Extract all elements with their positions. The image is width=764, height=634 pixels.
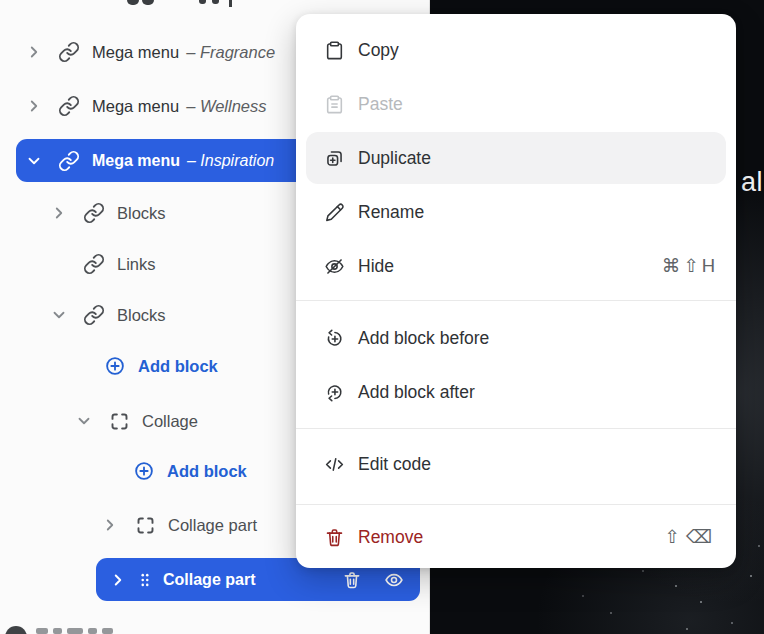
chevron-down-icon[interactable] — [24, 151, 44, 171]
link-icon — [58, 95, 80, 117]
tree-item-label: Links — [117, 255, 156, 274]
menu-item-label: Remove — [358, 527, 423, 548]
tree-item-mega-menu-wellness[interactable]: Mega menu– Wellness — [24, 86, 267, 126]
menu-item-add-block-before[interactable]: Add block before — [296, 311, 736, 365]
trash-icon — [324, 527, 345, 548]
tree-item-suffix: – Fragrance — [186, 43, 275, 61]
menu-item-edit-code[interactable]: Edit code — [296, 437, 736, 491]
chevron-down-icon[interactable] — [49, 305, 69, 325]
code-icon — [324, 454, 345, 475]
menu-item-rename[interactable]: Rename — [296, 185, 736, 239]
clipboard-paste-icon — [324, 94, 345, 115]
insert-before-icon — [324, 328, 345, 349]
menu-item-label: Edit code — [358, 454, 431, 475]
tree-item-links[interactable]: Links — [83, 244, 156, 284]
tree-item-label: Mega menu — [92, 43, 179, 61]
menu-item-add-block-after[interactable]: Add block after — [296, 365, 736, 419]
tree-item-label: Blocks — [117, 204, 166, 223]
tree-item-label: Mega menu — [92, 97, 179, 115]
tree-item-label: Collage part — [168, 516, 257, 535]
chevron-right-icon[interactable] — [24, 96, 44, 116]
menu-item-duplicate[interactable]: Duplicate — [306, 132, 726, 184]
link-icon — [58, 150, 80, 172]
plus-circle-icon — [133, 460, 155, 482]
menu-item-paste: Paste — [296, 77, 736, 131]
menu-item-label: Duplicate — [358, 148, 431, 169]
menu-item-label: Paste — [358, 94, 403, 115]
clipboard-copy-icon — [324, 40, 345, 61]
insert-after-icon — [324, 382, 345, 403]
eye-slash-icon — [324, 256, 345, 277]
tree-item-label: Mega menu — [92, 152, 180, 169]
show-eye-icon[interactable] — [384, 570, 404, 590]
collage-block-icon — [108, 410, 130, 432]
tree-item-collage-part-1[interactable]: Collage part — [100, 505, 257, 545]
chevron-down-icon[interactable] — [74, 411, 94, 431]
partial-bottom-row — [5, 626, 27, 634]
link-icon — [83, 202, 105, 224]
plus-circle-icon — [104, 355, 126, 377]
partial-top-row — [127, 0, 139, 5]
collage-block-icon — [134, 514, 156, 536]
add-block-button[interactable]: Add block — [133, 451, 247, 491]
tree-item-suffix: – Inspiration — [187, 152, 274, 169]
tree-item-label: Collage — [142, 412, 198, 431]
add-block-label: Add block — [167, 462, 247, 481]
menu-item-label: Hide — [358, 256, 394, 277]
menu-item-label: Copy — [358, 40, 399, 61]
delete-icon[interactable] — [342, 570, 362, 590]
chevron-right-icon[interactable] — [100, 515, 120, 535]
link-icon — [83, 253, 105, 275]
chevron-right-icon[interactable] — [108, 570, 128, 590]
chevron-right-icon[interactable] — [24, 42, 44, 62]
menu-item-remove[interactable]: Remove ⇧⌫ — [296, 510, 736, 564]
tree-item-suffix: – Wellness — [186, 97, 266, 115]
menu-item-label: Add block before — [358, 328, 489, 349]
tree-item-collage[interactable]: Collage — [74, 401, 198, 441]
preview-partial-heading: al — [741, 167, 763, 198]
tree-item-mega-menu-fragrance[interactable]: Mega menu– Fragrance — [24, 32, 275, 72]
context-menu: Copy Paste Duplicate Rename Hide ⌘⇧H Add… — [296, 14, 736, 568]
tree-item-blocks-2[interactable]: Blocks — [49, 295, 166, 335]
add-block-label: Add block — [138, 357, 218, 376]
menu-item-shortcut: ⌘⇧H — [662, 255, 718, 277]
menu-item-hide[interactable]: Hide ⌘⇧H — [296, 239, 736, 293]
tree-item-label: Collage part — [163, 571, 255, 589]
menu-item-label: Rename — [358, 202, 424, 223]
menu-item-label: Add block after — [358, 382, 475, 403]
tree-item-label: Blocks — [117, 306, 166, 325]
duplicate-icon — [324, 148, 345, 169]
link-icon — [83, 304, 105, 326]
tree-item-blocks-1[interactable]: Blocks — [49, 193, 166, 233]
chevron-right-icon[interactable] — [49, 203, 69, 223]
add-block-button[interactable]: Add block — [104, 346, 218, 386]
link-icon — [58, 41, 80, 63]
menu-item-shortcut: ⇧⌫ — [664, 526, 718, 548]
drag-handle-icon[interactable] — [136, 569, 154, 591]
menu-item-copy[interactable]: Copy — [296, 23, 736, 77]
pencil-icon — [324, 202, 345, 223]
